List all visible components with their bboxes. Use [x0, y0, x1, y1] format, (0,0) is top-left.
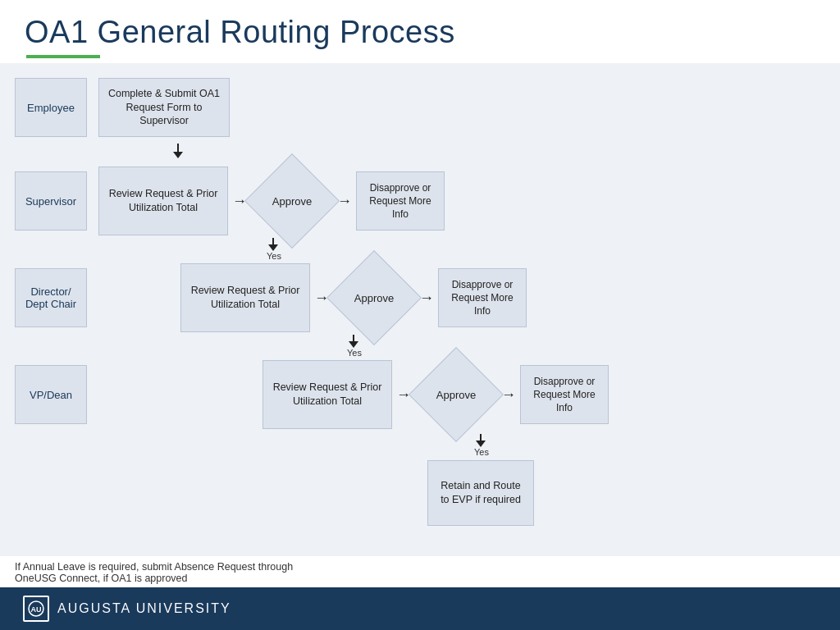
yes-arrow-2 — [349, 335, 358, 348]
page-title: OA1 General Routing Process — [25, 15, 815, 50]
director-approve-diamond: Approve — [333, 263, 415, 332]
footer-note: If Annual Leave is required, submit Abse… — [0, 556, 840, 587]
yes-connector-3: Yes Retain and Route to EVP if required — [427, 434, 534, 526]
footer-note-line1: If Annual Leave is required, submit Abse… — [15, 561, 825, 573]
footer-bar: AU AUGUSTA UNIVERSITY — [0, 587, 840, 630]
supervisor-approve-shape — [244, 153, 340, 249]
vpdean-disapprove: Disapprove or Request More Info — [520, 365, 609, 424]
au-logo-svg: AU — [27, 600, 45, 618]
row-director: Director/ Dept Chair Review Request & Pr… — [15, 258, 825, 337]
row-vpdean: VP/Dean Review Request & Prior Utilizati… — [15, 355, 825, 434]
supervisor-approve-diamond: Approve — [251, 167, 333, 235]
svg-text:AU: AU — [31, 605, 42, 614]
flowchart-area: Employee Complete & Submit OA1 Request F… — [0, 63, 840, 556]
vpdean-review: Review Request & Prior Utilization Total — [262, 360, 392, 429]
supervisor-review: Review Request & Prior Utilization Total — [98, 167, 228, 235]
role-employee: Employee — [15, 78, 87, 137]
yes-arrow-1 — [268, 238, 278, 251]
connector-3: Yes — [345, 337, 825, 355]
retain-row: Yes Retain and Route to EVP if required — [15, 434, 825, 526]
connector-1 — [173, 144, 825, 162]
yes-head-1 — [268, 244, 278, 251]
director-review: Review Request & Prior Utilization Total — [180, 263, 310, 332]
arrow-head-1 — [173, 152, 183, 158]
role-vpdean: VP/Dean — [15, 365, 87, 424]
vpdean-approve-diamond: Approve — [415, 360, 497, 429]
step-submit: Complete & Submit OA1 Request Form to Su… — [98, 78, 230, 137]
role-director: Director/ Dept Chair — [15, 268, 87, 327]
yes-label-3: Yes — [474, 447, 489, 457]
title-underline — [26, 55, 100, 58]
yes-head-3 — [476, 441, 486, 447]
yes-arrow-3 — [476, 434, 486, 447]
header: OA1 General Routing Process — [0, 0, 840, 63]
yes-shaft-1 — [272, 238, 274, 244]
director-approve-shape — [326, 250, 422, 345]
au-logo: AU — [23, 596, 49, 622]
vpdean-approve-shape — [409, 347, 504, 442]
yes-connector-1: Yes — [265, 238, 281, 261]
footer-note-line2: OneUSG Connect, if OA1 is approved — [15, 573, 825, 584]
row-employee: Employee Complete & Submit OA1 Request F… — [15, 71, 825, 144]
university-name: AUGUSTA UNIVERSITY — [57, 601, 231, 616]
yes-shaft-3 — [480, 434, 482, 441]
yes-shaft-2 — [353, 335, 354, 341]
row-supervisor: Supervisor Review Request & Prior Utiliz… — [15, 162, 825, 240]
yes-head-2 — [349, 341, 358, 348]
connector-2: Yes — [265, 240, 825, 258]
down-arrow-1 — [173, 144, 183, 158]
role-supervisor: Supervisor — [15, 171, 87, 231]
yes-connector-2: Yes — [345, 335, 362, 358]
director-disapprove: Disapprove or Request More Info — [438, 268, 527, 327]
arrow-shaft-1 — [177, 144, 179, 152]
retain-box: Retain and Route to EVP if required — [427, 460, 534, 526]
supervisor-disapprove: Disapprove or Request More Info — [356, 171, 445, 231]
